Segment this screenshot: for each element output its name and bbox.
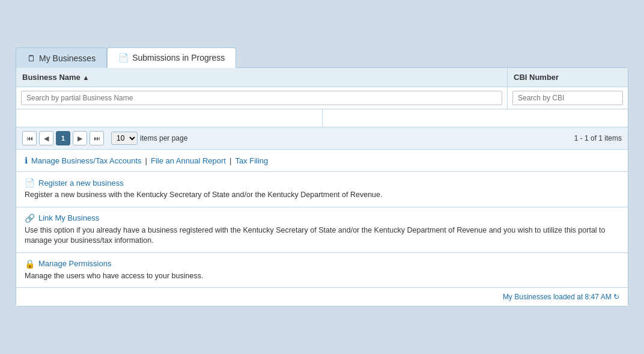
link-business-description: Use this option if you already have a bu…	[25, 225, 619, 246]
manage-permissions-description: Manage the users who have access to your…	[25, 271, 619, 282]
register-business-section: 📄 Register a new business Register a new…	[16, 172, 628, 207]
link-business-title-row: 🔗 Link My Business	[25, 213, 619, 223]
cbi-search-cell	[508, 87, 628, 109]
annual-report-link[interactable]: File an Annual Report	[151, 156, 226, 165]
lock-icon: 🔒	[25, 259, 35, 269]
register-business-description: Register a new business with the Kentuck…	[25, 190, 619, 201]
panel: Business Name ▲ CBI Number ⏮ ◀	[16, 67, 628, 307]
refresh-icon[interactable]: ↻	[613, 293, 619, 301]
manage-actions-section: ℹ Manage Business/Tax Accounts | File an…	[16, 150, 628, 172]
table-search-row	[16, 87, 628, 109]
register-doc-icon: 📄	[25, 178, 35, 188]
table-header: Business Name ▲ CBI Number	[16, 68, 628, 87]
separator-2: |	[229, 156, 231, 165]
sort-arrow: ▲	[82, 74, 89, 81]
items-per-page-container: 10 25 50 items per page	[111, 132, 187, 145]
tab-submissions-in-progress[interactable]: 📄 Submissions in Progress	[107, 47, 236, 68]
tax-filing-link[interactable]: Tax Filing	[235, 156, 268, 165]
table-icon: 🗒	[27, 53, 35, 63]
register-business-link[interactable]: Register a new business	[38, 179, 124, 188]
separator-1: |	[145, 156, 147, 165]
link-business-link[interactable]: Link My Business	[38, 213, 99, 222]
manage-permissions-link[interactable]: Manage Permissions	[38, 259, 111, 268]
prev-page-button[interactable]: ◀	[39, 131, 53, 145]
business-name-search-cell	[16, 87, 508, 109]
main-container: 🗒 My Businesses 📄 Submissions in Progres…	[10, 41, 634, 313]
manage-tax-link[interactable]: Manage Business/Tax Accounts	[31, 156, 142, 165]
cbi-number-header: CBI Number	[508, 68, 628, 87]
business-name-header: Business Name ▲	[16, 68, 508, 87]
manage-permissions-section: 🔒 Manage Permissions Manage the users wh…	[16, 253, 628, 288]
info-icon: ℹ	[25, 156, 28, 165]
loaded-text: My Businesses loaded at 8:47 AM	[503, 293, 612, 301]
next-page-button[interactable]: ▶	[73, 131, 87, 145]
last-page-button[interactable]: ⏭	[90, 131, 104, 145]
empty-cell-business	[16, 109, 323, 127]
items-per-page-label: items per page	[140, 134, 187, 142]
empty-cell-cbi	[323, 109, 628, 127]
first-page-button[interactable]: ⏮	[22, 131, 37, 145]
manage-permissions-title-row: 🔒 Manage Permissions	[25, 259, 619, 269]
pagination-info: 1 - 1 of 1 items	[574, 134, 622, 142]
chain-link-icon: 🔗	[25, 213, 35, 223]
doc-icon: 📄	[118, 53, 129, 63]
footer-row: My Businesses loaded at 8:47 AM ↻	[16, 288, 628, 306]
empty-data-row	[16, 109, 628, 127]
link-business-section: 🔗 Link My Business Use this option if yo…	[16, 207, 628, 253]
items-per-page-select[interactable]: 10 25 50	[111, 132, 138, 145]
register-business-title-row: 📄 Register a new business	[25, 178, 619, 188]
tab-my-businesses[interactable]: 🗒 My Businesses	[16, 47, 107, 68]
business-name-search-input[interactable]	[21, 91, 502, 105]
page-1-button[interactable]: 1	[56, 131, 70, 145]
pagination-row: ⏮ ◀ 1 ▶ ⏭ 10 25 50 items per page 1 - 1 …	[16, 127, 628, 150]
cbi-search-input[interactable]	[512, 91, 623, 105]
tabs-container: 🗒 My Businesses 📄 Submissions in Progres…	[16, 47, 628, 68]
